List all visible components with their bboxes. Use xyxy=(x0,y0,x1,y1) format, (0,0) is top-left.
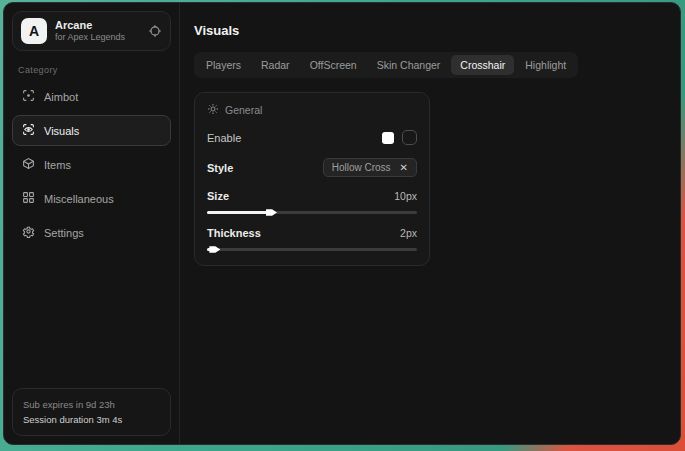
thickness-row: Thickness 2px xyxy=(207,227,417,239)
main-content: Visuals Players Radar OffScreen Skin Cha… xyxy=(180,3,680,444)
general-panel: General Enable Style Hollow Cross ✕ Size… xyxy=(194,92,430,266)
box-icon xyxy=(22,157,35,172)
thickness-slider-thumb[interactable] xyxy=(209,245,220,254)
tab-radar[interactable]: Radar xyxy=(252,55,299,75)
sidebar-item-miscellaneous[interactable]: Miscellaneous xyxy=(12,183,171,214)
enable-label: Enable xyxy=(207,132,241,144)
sidebar-item-label: Items xyxy=(44,159,71,171)
sidebar: A Arcane for Apex Legends Category Aimbo xyxy=(4,3,180,444)
sidebar-item-label: Aimbot xyxy=(44,91,78,103)
visuals-tabbar: Players Radar OffScreen Skin Changer Cro… xyxy=(194,52,578,78)
style-row: Style Hollow Cross ✕ xyxy=(207,158,417,177)
brand-logo: A xyxy=(21,18,47,44)
general-settings-icon xyxy=(207,103,219,117)
gear-icon xyxy=(22,225,35,240)
tab-highlight[interactable]: Highlight xyxy=(516,55,575,75)
sidebar-item-label: Miscellaneous xyxy=(44,193,114,205)
crosshair-target-icon[interactable] xyxy=(148,24,162,38)
tab-skin-changer[interactable]: Skin Changer xyxy=(368,55,450,75)
sidebar-item-label: Visuals xyxy=(44,125,79,137)
subscription-info-box: Sub expires in 9d 23h Session duration 3… xyxy=(12,388,171,436)
brand-card: A Arcane for Apex Legends xyxy=(12,11,171,51)
sidebar-item-visuals[interactable]: Visuals xyxy=(12,115,171,146)
style-select[interactable]: Hollow Cross ✕ xyxy=(323,158,417,177)
sidebar-item-items[interactable]: Items xyxy=(12,149,171,180)
thickness-label: Thickness xyxy=(207,227,261,239)
style-value: Hollow Cross xyxy=(332,162,391,173)
color-swatch[interactable] xyxy=(382,132,394,144)
crosshair-scan-icon xyxy=(22,89,35,104)
sub-expires-text: Sub expires in 9d 23h xyxy=(23,397,160,412)
size-value: 10px xyxy=(394,190,417,202)
sidebar-item-settings[interactable]: Settings xyxy=(12,217,171,248)
scan-eye-icon xyxy=(22,123,35,138)
size-slider-thumb[interactable] xyxy=(266,208,277,217)
enable-checkbox[interactable] xyxy=(402,130,417,145)
thickness-slider[interactable] xyxy=(207,248,417,251)
enable-row: Enable xyxy=(207,130,417,145)
section-title: General xyxy=(225,104,262,116)
category-label: Category xyxy=(18,65,165,75)
style-label: Style xyxy=(207,162,233,174)
page-title: Visuals xyxy=(194,23,666,38)
size-label: Size xyxy=(207,190,229,202)
size-slider[interactable] xyxy=(207,211,417,214)
session-duration-text: Session duration 3m 4s xyxy=(23,412,160,427)
remove-style-icon[interactable]: ✕ xyxy=(400,162,408,173)
tab-crosshair[interactable]: Crosshair xyxy=(451,55,514,75)
brand-subtitle: for Apex Legends xyxy=(55,32,140,43)
sidebar-item-label: Settings xyxy=(44,227,84,239)
tab-offscreen[interactable]: OffScreen xyxy=(301,55,366,75)
layout-grid-icon xyxy=(22,191,35,206)
size-row: Size 10px xyxy=(207,190,417,202)
brand-title: Arcane xyxy=(55,19,140,33)
sidebar-item-aimbot[interactable]: Aimbot xyxy=(12,81,171,112)
arcane-menu-window: A Arcane for Apex Legends Category Aimbo xyxy=(3,2,681,445)
tab-players[interactable]: Players xyxy=(197,55,250,75)
thickness-value: 2px xyxy=(400,227,417,239)
